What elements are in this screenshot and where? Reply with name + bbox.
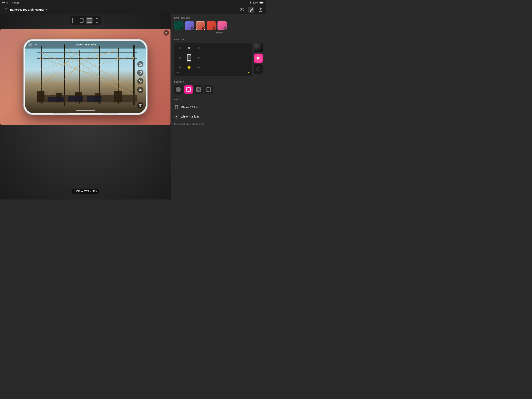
magic-wand-button[interactable] xyxy=(248,6,254,13)
light-dot-tc[interactable] xyxy=(188,47,190,49)
background-section-label: BACKGROUND xyxy=(174,17,263,19)
canvas-close-button[interactable]: ✕ xyxy=(164,30,169,36)
divider-3 xyxy=(174,96,263,96)
status-date: Fri 2 Aug xyxy=(10,1,19,4)
pad-medium-inner xyxy=(197,88,200,91)
swatch-gear-icon-2: ⚙ xyxy=(191,27,194,30)
swatch-red[interactable]: ⚙ xyxy=(207,21,216,30)
delete-button[interactable] xyxy=(137,102,143,108)
svg-point-31 xyxy=(63,57,64,59)
padding-options xyxy=(174,85,263,94)
size-tab-portrait-tall[interactable] xyxy=(70,17,77,24)
svg-rect-10 xyxy=(96,19,98,19)
padding-none[interactable] xyxy=(174,85,183,94)
screen-more-button[interactable]: ••• xyxy=(34,43,38,46)
toolbar-chevron[interactable]: ▾ xyxy=(46,8,47,11)
light-dot-bl[interactable] xyxy=(179,66,181,69)
svg-point-2 xyxy=(5,9,6,10)
swatch-gear-icon: ⚙ xyxy=(180,27,183,30)
light-dot-bc[interactable] xyxy=(188,66,190,69)
status-left: 00:35 Fri 2 Aug xyxy=(2,1,19,4)
screen-topbar: ✕ ••• London - Nine Elms xyxy=(25,41,146,49)
toolbar-title: Battersea HQ architectural xyxy=(10,8,44,11)
light-dot-ml[interactable] xyxy=(179,57,181,59)
lighting-color-options xyxy=(254,43,263,76)
lighting-color-black[interactable] xyxy=(254,43,263,52)
lighting-color-pink[interactable] xyxy=(254,54,263,63)
lighting-phone-icon xyxy=(187,54,191,62)
pad-square-icon xyxy=(176,87,181,92)
size-tabs xyxy=(70,16,101,25)
svg-point-32 xyxy=(98,57,99,59)
toolbar-right xyxy=(239,6,264,13)
battery-percentage: 100% xyxy=(253,1,258,4)
screen-action-buttons xyxy=(137,61,143,93)
padding-large[interactable] xyxy=(204,85,213,94)
right-panel: BACKGROUND ⚙ ⚙ ⚙ ⚙ ⚙ Tiramisu xyxy=(171,14,266,200)
gallery-button[interactable] xyxy=(239,6,245,13)
svg-point-54 xyxy=(175,117,176,118)
lighting-section-label: LIGHTING xyxy=(174,39,263,41)
svg-rect-8 xyxy=(87,19,92,22)
svg-point-53 xyxy=(177,115,177,116)
pink-center-highlight xyxy=(257,57,260,59)
share-button[interactable] xyxy=(258,6,264,13)
toolbar: Battersea HQ architectural ▾ xyxy=(0,6,266,14)
iphone-frame: ✕ ••• London - Nine Elms xyxy=(24,39,147,115)
light-dot-tl[interactable] xyxy=(179,47,181,49)
light-dot-br[interactable] xyxy=(197,66,200,69)
svg-point-45 xyxy=(139,89,140,89)
padding-medium[interactable] xyxy=(194,85,203,94)
info-action-button[interactable] xyxy=(137,78,143,84)
screen-close-x[interactable]: ✕ xyxy=(28,43,32,47)
svg-rect-43 xyxy=(87,96,101,102)
padding-section-label: PADDING xyxy=(174,81,263,83)
swatch-aurora[interactable]: ⚙ xyxy=(185,21,194,30)
padding-small[interactable] xyxy=(184,85,193,94)
svg-rect-41 xyxy=(48,97,64,102)
size-tab-portrait[interactable] xyxy=(78,17,85,24)
frame-device-name: iPhone 15 Pro xyxy=(181,106,198,109)
battery-icon xyxy=(260,1,264,4)
status-right: 100% xyxy=(249,1,264,4)
heart-action-button[interactable] xyxy=(137,70,143,76)
frame-color-row[interactable]: White Titanium xyxy=(174,112,263,121)
svg-point-33 xyxy=(117,57,119,59)
iphone-wrapper: ✕ ••• London - Nine Elms xyxy=(18,36,153,118)
svg-rect-40 xyxy=(114,91,122,102)
off-line-icon xyxy=(258,67,259,69)
settings-button[interactable] xyxy=(2,6,8,13)
frame-color-name: White Titanium xyxy=(181,115,199,118)
swatch-pink[interactable]: ⚙ xyxy=(217,21,227,30)
pad-large-icon xyxy=(206,87,211,92)
status-time: 00:35 xyxy=(2,1,8,4)
canvas-frame: ✕ xyxy=(0,29,171,125)
size-tab-landscape[interactable] xyxy=(86,17,93,24)
share-action-button[interactable] xyxy=(137,61,143,67)
swatch-dark-teal[interactable]: ⚙ xyxy=(174,21,184,30)
screen-content: ✕ ••• London - Nine Elms xyxy=(25,41,146,113)
pad-large-inner xyxy=(208,89,209,90)
lighting-off[interactable] xyxy=(254,64,263,74)
swatch-gear-icon-5: ⚙ xyxy=(223,27,226,30)
light-dot-mr[interactable] xyxy=(197,57,200,59)
light-dot-tr[interactable] xyxy=(197,47,200,49)
svg-point-4 xyxy=(241,9,242,10)
iphone-screen: ✕ ••• London - Nine Elms xyxy=(25,41,146,113)
status-bar: 00:35 Fri 2 Aug 100% xyxy=(0,0,266,6)
frame-device-row[interactable]: iPhone 15 Pro xyxy=(174,103,263,112)
pad-medium-icon xyxy=(196,87,201,92)
swatch-tiramisu[interactable]: ⚙ xyxy=(196,21,205,30)
sliders-action-button[interactable] xyxy=(137,87,143,93)
svg-rect-20 xyxy=(37,52,137,53)
lighting-panel: ON ☀ xyxy=(174,43,263,76)
svg-rect-19 xyxy=(37,70,137,70)
selected-swatch-label: Tiramisu xyxy=(174,32,263,34)
svg-point-56 xyxy=(176,116,177,117)
svg-rect-6 xyxy=(72,18,75,23)
lighting-sun-label: ☀ xyxy=(248,71,250,74)
size-tab-phone[interactable] xyxy=(94,17,101,24)
home-indicator xyxy=(76,110,95,111)
iphone-notch-area xyxy=(24,113,147,115)
screenshot-size-label: Screenshot size is 2556 × 1179 xyxy=(174,123,204,125)
